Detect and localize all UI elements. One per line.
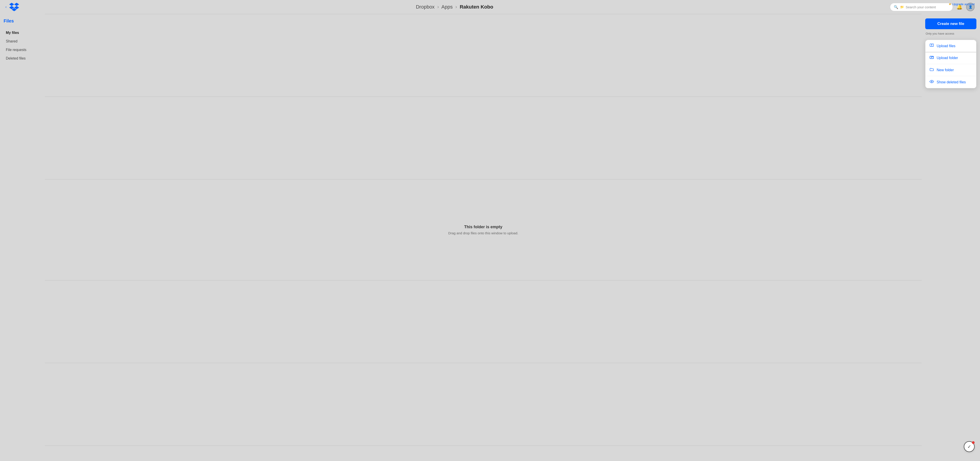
sidebar-item-deleted-files[interactable]: Deleted files bbox=[3, 54, 41, 62]
star-icon: ★ bbox=[948, 2, 951, 6]
new-folder-label: New folder bbox=[937, 68, 954, 72]
main-content: This folder is empty Drag and drop files… bbox=[45, 14, 922, 459]
create-new-file-button[interactable]: Create new file bbox=[925, 18, 977, 29]
new-folder-icon bbox=[929, 67, 934, 73]
dropdown-item-show-deleted[interactable]: Show deleted files bbox=[926, 76, 976, 88]
breadcrumb-sep2: › bbox=[455, 4, 457, 10]
upload-files-icon bbox=[929, 43, 934, 49]
dropdown-menu: Upload files Upload folder bbox=[925, 40, 977, 88]
breadcrumb: Dropbox › Apps › Rakuten Kobo bbox=[19, 4, 890, 10]
eye-icon bbox=[929, 79, 934, 85]
empty-title: This folder is empty bbox=[464, 225, 502, 230]
upgrade-label: Upgrade account bbox=[952, 2, 975, 6]
breadcrumb-current: Rakuten Kobo bbox=[460, 4, 493, 10]
search-placeholder: Search your content bbox=[906, 5, 936, 9]
bottom-space bbox=[45, 446, 922, 459]
breadcrumb-level1[interactable]: Apps bbox=[441, 4, 452, 10]
header-left: ‹ bbox=[5, 3, 19, 11]
header: ‹ Dropbox › Apps › Rakuten Kobo 🔍 📁 Sear… bbox=[0, 0, 980, 14]
sidebar-item-file-requests[interactable]: File requests bbox=[3, 46, 41, 54]
spacer4 bbox=[45, 363, 922, 445]
search-icon: 🔍 bbox=[894, 5, 898, 9]
spacer3 bbox=[45, 281, 922, 363]
sidebar-files-title[interactable]: Files bbox=[3, 18, 41, 24]
red-dot bbox=[972, 441, 975, 444]
dropdown-item-upload-folder[interactable]: Upload folder bbox=[926, 52, 976, 64]
show-deleted-label: Show deleted files bbox=[937, 80, 966, 84]
sidebar-item-my-files[interactable]: My files bbox=[3, 29, 41, 37]
dropdown-item-new-folder[interactable]: New folder bbox=[926, 64, 976, 76]
upload-folder-icon bbox=[929, 55, 934, 61]
access-note: Only you have access bbox=[926, 32, 977, 35]
layout: Files My files Shared File requests Dele… bbox=[0, 14, 980, 459]
search-bar[interactable]: 🔍 📁 Search your content bbox=[890, 3, 953, 11]
breadcrumb-root[interactable]: Dropbox bbox=[416, 4, 434, 10]
checkmark-badge[interactable]: ✓ bbox=[964, 441, 975, 452]
checkmark-icon: ✓ bbox=[967, 444, 971, 449]
empty-subtitle: Drag and drop files onto this window to … bbox=[448, 231, 518, 235]
upload-folder-label: Upload folder bbox=[937, 56, 958, 60]
search-folder-icon: 📁 bbox=[900, 5, 904, 9]
empty-state: This folder is empty Drag and drop files… bbox=[45, 180, 922, 280]
dropbox-logo bbox=[9, 3, 19, 11]
sidebar-nav: My files Shared File requests Deleted fi… bbox=[3, 29, 41, 62]
spacer2 bbox=[45, 97, 922, 179]
right-panel: Create new file Only you have access Upl… bbox=[922, 14, 980, 459]
svg-point-2 bbox=[931, 81, 932, 82]
upload-files-label: Upload files bbox=[937, 44, 956, 48]
breadcrumb-sep1: › bbox=[437, 4, 439, 10]
sidebar-item-shared[interactable]: Shared bbox=[3, 38, 41, 45]
sidebar: Files My files Shared File requests Dele… bbox=[0, 14, 45, 459]
back-button[interactable]: ‹ bbox=[5, 5, 6, 9]
spacer1 bbox=[45, 14, 922, 97]
upgrade-link[interactable]: ★ Upgrade account bbox=[948, 2, 975, 6]
dropdown-item-upload-files[interactable]: Upload files bbox=[926, 40, 976, 52]
